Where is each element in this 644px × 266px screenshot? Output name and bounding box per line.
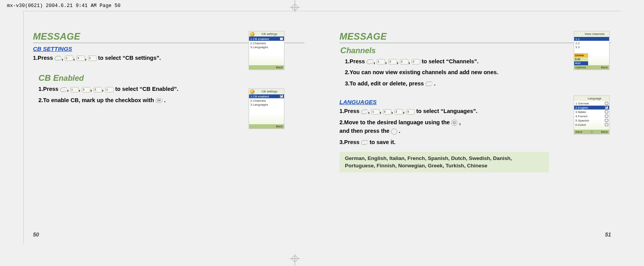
key-3-icon: 3 — [406, 109, 415, 115]
key-2-icon: 2 — [412, 59, 420, 64]
list-item: 3.3 — [574, 45, 609, 49]
text: 3.To add, edit or delete, press — [345, 80, 426, 87]
text: to select “CB Enabled”. — [115, 86, 178, 92]
print-crop-top — [23, 11, 621, 16]
step-text: 3.To add, edit or delete, press . — [345, 79, 611, 88]
list-item: 2.Channels — [249, 41, 284, 45]
key-3-icon: 3 — [383, 109, 391, 115]
text: to select “Languages”. — [416, 108, 478, 114]
key-3-icon: 3 — [76, 56, 85, 61]
step-text: 2.Move to the desired language using the… — [339, 118, 611, 136]
step-text: 1.Press , 1, 3, 2, 2 to select “Channels… — [345, 57, 611, 66]
list-item: 2.2 — [574, 41, 609, 45]
text: 1.Press — [33, 55, 55, 61]
softkey-icon — [426, 82, 433, 86]
checkbox-checked-icon — [280, 95, 283, 98]
text: 1.Press — [345, 58, 367, 64]
checkbox-icon — [605, 102, 608, 105]
text: . — [399, 128, 400, 134]
center-button-icon — [391, 129, 397, 135]
softkey-icon — [367, 59, 374, 64]
text: 1.Press — [38, 86, 60, 92]
text: 3.Press — [339, 139, 361, 145]
svg-point-0 — [292, 5, 298, 10]
print-header: mx-v30(0621) 2004.6.21 9:41 AM Page 50 — [7, 3, 121, 9]
popup-item: Add — [574, 61, 588, 65]
list-item: 2.Channels — [249, 99, 284, 103]
key-3-icon: 3 — [82, 87, 90, 92]
softkey-back: Back — [249, 124, 284, 129]
text: 2.Move to the desired language using the — [339, 119, 451, 125]
key-3-icon: 3 — [388, 59, 397, 64]
text: 2.To enable CB, mark up the checkbox wit… — [38, 97, 156, 103]
popup-item: Edit — [574, 57, 588, 61]
popup-item: Delete — [574, 53, 588, 57]
key-2-icon: 2 — [400, 59, 409, 64]
softkey-back: Back — [601, 130, 608, 134]
heading-channels: Channels — [340, 45, 611, 56]
key-1-icon: 1 — [105, 87, 114, 92]
text: to save it. — [370, 139, 396, 145]
softkey-back: Back — [601, 66, 608, 69]
phone-screenshot-languages: Language 1.German 2.English 3.Italian 4.… — [574, 96, 609, 134]
phone-screenshot-cb-enabled: CB settings 1.CB enabled 2.Channels 3.La… — [249, 89, 284, 129]
list-item: 3.Languages — [249, 45, 284, 49]
text: 1.Press — [339, 108, 361, 114]
phone-screenshot-cb-settings: CB settings 1.CB enabled 1.CB enabled 2.… — [249, 31, 284, 70]
note-box: German, English, Italian, French, Spanis… — [339, 152, 549, 172]
list-item: 1.1 — [574, 37, 609, 41]
step-text: 1.Press , 1, 3, 2, 3 to select “Language… — [339, 107, 611, 115]
key-2-icon: 2 — [88, 56, 97, 61]
text: . — [434, 80, 436, 87]
nav-wheel-icon — [451, 120, 457, 126]
phone-title: View channels — [574, 31, 609, 37]
page-title: MESSAGE — [339, 31, 611, 43]
svg-point-3 — [292, 256, 298, 261]
softkey-save: Save — [575, 130, 582, 134]
key-1-icon: 1 — [70, 87, 79, 92]
key-2-icon: 2 — [93, 87, 102, 92]
phone-screenshot-channels: View channels 1.1 2.2 3.3 Delete Edit Ad… — [574, 31, 609, 70]
softkey-bar: Options Back — [574, 65, 609, 70]
key-1-icon: 1 — [65, 56, 73, 61]
step-text: 2.You can now view existing channels and… — [345, 68, 611, 76]
registration-mark-bottom — [287, 254, 303, 266]
phone-title: CB settings — [249, 31, 284, 37]
softkey-options: Options — [575, 66, 586, 69]
ok-button-icon: OK — [156, 98, 163, 103]
checkbox-icon — [605, 123, 608, 126]
checkbox-checked-icon — [605, 106, 608, 109]
page-number: 50 — [33, 231, 39, 238]
checkbox-icon — [280, 37, 283, 40]
phone-title: Language — [574, 96, 609, 101]
softkey-back: Back — [249, 65, 284, 70]
checkbox-icon — [605, 110, 608, 113]
list-item: 3.Languages — [249, 103, 284, 106]
key-1-icon: 1 — [377, 59, 385, 64]
heading-languages: LANGUAGES — [339, 99, 611, 105]
softkey-icon — [55, 56, 62, 61]
phone-title: CB settings — [249, 89, 284, 94]
key-1-icon: 1 — [371, 109, 380, 115]
print-crop-left — [23, 11, 28, 244]
text: to select “Channels”. — [422, 58, 479, 64]
text: to select “CB settings”. — [98, 55, 161, 61]
checkbox-icon — [605, 119, 608, 122]
text: , — [459, 119, 460, 125]
softkey-icon — [60, 87, 67, 92]
page-number: 51 — [605, 231, 611, 238]
checkbox-icon — [605, 115, 608, 118]
softkey-icon — [361, 110, 368, 114]
page-right: MESSAGE Channels 1.Press , 1, 3, 2, 2 to… — [339, 31, 611, 233]
heading-cb-enabled: CB Enabled — [38, 73, 305, 83]
softkey-icon — [361, 140, 368, 145]
softkey-bar: Save ◇ Back — [574, 130, 609, 134]
options-popup: Delete Edit Add — [574, 53, 588, 65]
step-text: 3.Press to save it. — [339, 138, 611, 146]
page-left: MESSAGE CB SETTINGS 1.Press , 1, 3, 2 to… — [33, 31, 305, 233]
text: and then press the — [339, 128, 391, 134]
text: . — [164, 97, 166, 103]
key-2-icon: 2 — [395, 109, 403, 115]
